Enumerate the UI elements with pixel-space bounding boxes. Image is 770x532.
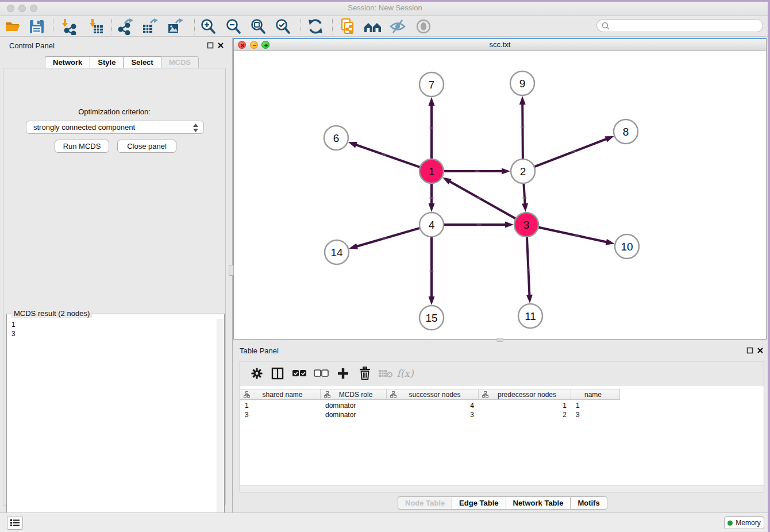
import-table-icon[interactable] <box>86 17 105 36</box>
close-panel-icon[interactable] <box>217 42 224 49</box>
edge-label <box>521 126 525 128</box>
graph-node-14[interactable]: 14 <box>325 240 349 264</box>
float-table-panel-icon[interactable] <box>746 347 753 354</box>
select-all-rows-icon[interactable] <box>291 365 308 382</box>
network-minimize-icon[interactable] <box>250 41 258 49</box>
close-panel-button[interactable]: Close panel <box>117 140 176 153</box>
show-all-icon[interactable] <box>414 17 433 36</box>
graph-node-1[interactable]: 1 <box>419 159 444 183</box>
graph-edge-1-6[interactable] <box>348 142 420 167</box>
graph-edge-1-2[interactable] <box>444 168 510 175</box>
graph-edge-4-3[interactable] <box>444 222 514 228</box>
window-minimize-button[interactable] <box>18 5 26 12</box>
close-table-panel-icon[interactable] <box>757 347 764 354</box>
column-header-name[interactable]: name <box>571 389 620 400</box>
open-session-icon[interactable] <box>3 17 22 36</box>
graph-edge-3-1[interactable] <box>442 178 516 219</box>
column-header-predecessor-nodes[interactable]: predecessor nodes <box>479 389 571 400</box>
control-panel: Control Panel Network Style Select MCDS … <box>0 38 228 512</box>
show-columns-icon[interactable] <box>269 365 286 382</box>
optimization-criterion-select[interactable]: strongly connected component <box>26 121 204 134</box>
graph-node-4[interactable]: 4 <box>419 213 444 237</box>
tab-select[interactable]: Select <box>123 56 160 68</box>
table-settings-gear-icon[interactable] <box>248 365 265 382</box>
import-network-icon[interactable] <box>58 17 78 36</box>
mcds-result-list[interactable]: 1 3 <box>7 319 217 529</box>
cell-predecessor-nodes: 2 <box>479 410 571 419</box>
deselect-all-rows-icon[interactable] <box>313 365 330 382</box>
graph-node-3[interactable]: 3 <box>514 213 538 237</box>
graph-node-7[interactable]: 7 <box>419 72 444 97</box>
graph-node-8[interactable]: 8 <box>614 119 638 144</box>
zoom-fit-icon[interactable] <box>248 17 268 36</box>
network-window-titlebar[interactable]: scc.txt <box>234 39 766 51</box>
horizontal-splitter-handle[interactable] <box>496 338 503 342</box>
zoom-in-icon[interactable] <box>198 17 218 36</box>
window-zoom-button[interactable] <box>30 5 37 12</box>
window-close-button[interactable] <box>7 5 14 12</box>
network-window-title: scc.txt <box>234 39 766 51</box>
graph-edge-1-7[interactable] <box>429 97 435 159</box>
graph-node-11[interactable]: 11 <box>518 304 542 328</box>
first-neighbors-icon[interactable] <box>363 17 383 36</box>
tab-edge-table[interactable]: Edge Table <box>452 496 505 510</box>
tab-node-table[interactable]: Node Table <box>398 496 452 510</box>
search-input[interactable] <box>610 21 763 31</box>
mcds-result-title: MCDS result (2 nodes) <box>11 309 92 318</box>
graph-node-6[interactable]: 6 <box>324 126 348 150</box>
network-canvas[interactable]: 7968124314101511 <box>234 51 766 339</box>
graph-edge-2-9[interactable] <box>519 96 526 159</box>
app-title: Session: New Session <box>0 0 770 16</box>
vertical-splitter-handle[interactable] <box>229 265 234 276</box>
new-network-from-selection-icon[interactable] <box>338 17 357 36</box>
tab-mcds[interactable]: MCDS <box>161 56 199 68</box>
node-label: 11 <box>525 310 536 322</box>
memory-button[interactable]: Memory <box>724 516 764 529</box>
graph-node-9[interactable]: 9 <box>510 71 534 95</box>
task-list-icon <box>10 519 20 527</box>
export-image-icon[interactable] <box>165 17 185 36</box>
graph-node-15[interactable]: 15 <box>419 306 444 330</box>
graph-node-10[interactable]: 10 <box>615 234 639 259</box>
search-box[interactable] <box>596 19 763 32</box>
graph-edge-3-11[interactable] <box>526 237 533 303</box>
hide-selected-icon[interactable] <box>388 17 407 36</box>
table-row[interactable]: 3 dominator 3 2 3 <box>240 410 620 419</box>
graph-edge-4-15[interactable] <box>429 237 435 305</box>
table-header: shared name MCDS role successor <box>240 389 620 400</box>
table-horizontal-scrollbar[interactable] <box>240 485 764 492</box>
network-close-icon[interactable] <box>238 41 246 49</box>
zoom-out-icon[interactable] <box>224 17 243 36</box>
float-panel-icon[interactable] <box>207 42 214 49</box>
tab-motifs[interactable]: Motifs <box>570 496 607 510</box>
graph-edge-1-4[interactable] <box>429 183 435 212</box>
cell-shared-name: 1 <box>240 401 321 410</box>
export-table-icon[interactable] <box>140 17 160 36</box>
export-network-icon[interactable] <box>116 17 135 36</box>
task-history-button[interactable] <box>7 516 23 530</box>
graph-edge-4-14[interactable] <box>349 228 420 249</box>
column-header-shared-name[interactable]: shared name <box>240 389 321 400</box>
node-label: 14 <box>330 246 343 259</box>
mcds-result-scrollbar[interactable] <box>217 319 224 529</box>
graph-node-2[interactable]: 2 <box>511 159 535 183</box>
tab-style[interactable]: Style <box>90 56 123 68</box>
add-column-icon[interactable] <box>334 365 352 382</box>
delete-column-trash-icon[interactable] <box>356 365 374 382</box>
save-session-icon[interactable] <box>27 17 47 36</box>
mcds-result-line: 1 <box>11 320 217 329</box>
control-panel-tabs: Network Style Select MCDS <box>45 56 199 68</box>
graph-edge-3-10[interactable] <box>538 227 615 245</box>
graph-edge-2-8[interactable] <box>534 136 614 167</box>
toolbar-separator <box>111 18 112 34</box>
network-maximize-icon[interactable] <box>261 41 270 49</box>
graph-edge-2-3[interactable] <box>522 183 528 212</box>
zoom-selected-icon[interactable] <box>273 17 292 36</box>
tab-network-table[interactable]: Network Table <box>506 496 571 510</box>
refresh-layout-icon[interactable] <box>306 17 325 36</box>
column-header-successor-nodes[interactable]: successor nodes <box>387 389 479 400</box>
table-row[interactable]: 1 dominator 4 1 1 <box>240 401 620 410</box>
tab-network[interactable]: Network <box>45 56 90 68</box>
run-mcds-button[interactable]: Run MCDS <box>55 140 109 153</box>
column-header-mcds-role[interactable]: MCDS role <box>321 389 387 400</box>
